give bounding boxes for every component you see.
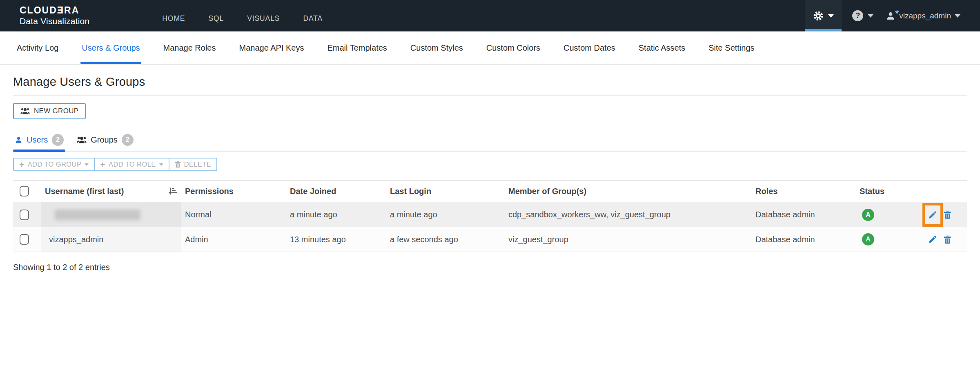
row-select-cell	[13, 210, 41, 220]
subtab-users-label: Users	[27, 135, 48, 145]
select-all-cell	[13, 186, 41, 196]
help-menu-button[interactable]: ?	[852, 0, 873, 31]
roles-cell: Database admin	[751, 210, 855, 219]
new-group-label: NEW GROUP	[34, 107, 78, 115]
groups-cell: viz_guest_group	[504, 235, 751, 244]
header-roles[interactable]: Roles	[751, 187, 855, 196]
bulk-actions-toolbar: + ADD TO GROUP + ADD TO ROLE DELETE	[13, 158, 217, 171]
nav-visuals[interactable]: VISUALS	[247, 14, 280, 23]
trash-icon	[175, 161, 181, 168]
title-divider	[13, 95, 967, 96]
tab-activity-log[interactable]: Activity Log	[17, 31, 58, 64]
user-star-icon: *	[895, 8, 899, 20]
tab-custom-colors[interactable]: Custom Colors	[486, 31, 540, 64]
header-date-joined[interactable]: Date Joined	[286, 187, 386, 196]
table-row: Normal a minute ago a minute ago cdp_san…	[13, 202, 967, 227]
tab-site-settings[interactable]: Site Settings	[708, 31, 754, 64]
page-title: Manage Users & Groups	[13, 75, 967, 89]
tab-manage-roles[interactable]: Manage Roles	[163, 31, 216, 64]
cloudera-logo: CLOUDƎRA Data Visualization	[20, 0, 89, 31]
username-cell	[41, 202, 181, 227]
header-permissions[interactable]: Permissions	[181, 187, 286, 196]
group-icon	[77, 136, 87, 144]
new-group-button[interactable]: NEW GROUP	[13, 103, 86, 119]
edit-user-button[interactable]	[929, 235, 937, 243]
tab-custom-dates[interactable]: Custom Dates	[564, 31, 615, 64]
delete-user-button[interactable]	[944, 235, 951, 244]
row-checkbox[interactable]	[20, 210, 29, 220]
nav-home[interactable]: HOME	[162, 14, 185, 23]
annotation-highlight-box	[922, 203, 943, 227]
date-joined-cell: 13 minutes ago	[286, 235, 386, 244]
person-icon	[15, 136, 22, 144]
permissions-cell: Normal	[181, 210, 286, 219]
add-to-group-button[interactable]: + ADD TO GROUP	[13, 158, 95, 171]
tab-manage-api-keys[interactable]: Manage API Keys	[239, 31, 304, 64]
subtab-groups[interactable]: Groups 2	[75, 128, 135, 151]
settings-menu-button[interactable]	[805, 0, 842, 31]
navbar-right-cluster: ? * vizapps_admin	[805, 0, 980, 31]
groups-cell: cdp_sandbox_workers_ww, viz_guest_group	[504, 210, 751, 219]
select-all-checkbox[interactable]	[20, 186, 29, 196]
group-icon	[20, 107, 30, 115]
status-badge-active: A	[862, 209, 874, 221]
user-menu-button[interactable]: * vizapps_admin	[886, 0, 960, 31]
chevron-down-icon	[955, 14, 960, 18]
subtab-groups-label: Groups	[91, 135, 118, 145]
logo-product-text: Data Visualization	[20, 16, 89, 26]
row-checkbox[interactable]	[20, 234, 29, 245]
table-header-row: Username (first last) Permissions Date J…	[13, 180, 967, 202]
users-table: Username (first last) Permissions Date J…	[13, 180, 967, 252]
add-to-role-label: ADD TO ROLE	[109, 161, 156, 168]
delete-label: DELETE	[184, 161, 212, 168]
chevron-down-icon	[868, 14, 873, 18]
actions-cell	[921, 235, 967, 244]
groups-count-badge: 2	[122, 134, 134, 146]
header-status[interactable]: Status	[855, 187, 921, 196]
edit-user-button[interactable]	[929, 211, 937, 219]
subtab-users[interactable]: Users 2	[13, 128, 65, 151]
primary-nav: HOME SQL VISUALS DATA	[162, 0, 323, 31]
nav-data[interactable]: DATA	[303, 14, 323, 23]
chevron-down-icon	[159, 163, 163, 166]
plus-icon: +	[19, 160, 24, 169]
users-groups-subtabs: Users 2 Groups 2	[13, 128, 967, 152]
row-select-cell	[13, 234, 41, 245]
delete-button[interactable]: DELETE	[169, 158, 218, 171]
plus-icon: +	[100, 160, 105, 169]
redacted-username	[55, 210, 140, 220]
gear-icon	[813, 11, 824, 21]
chevron-down-icon	[828, 14, 834, 18]
roles-cell: Database admin	[751, 235, 855, 244]
chevron-down-icon	[85, 163, 89, 166]
user-icon: *	[886, 11, 895, 21]
username-text: vizapps_admin	[45, 235, 103, 244]
header-last-login[interactable]: Last Login	[386, 187, 504, 196]
header-member-of-groups[interactable]: Member of Group(s)	[504, 187, 751, 196]
logo-brand-text: CLOUDƎRA	[20, 5, 89, 16]
add-to-role-button[interactable]: + ADD TO ROLE	[94, 158, 169, 171]
last-login-cell: a minute ago	[386, 210, 504, 219]
header-username-label: Username (first last)	[45, 187, 124, 196]
table-entries-summary: Showing 1 to 2 of 2 entries	[13, 263, 967, 272]
delete-user-button[interactable]	[944, 210, 951, 219]
status-cell: A	[855, 233, 921, 245]
tab-users-groups[interactable]: Users & Groups	[82, 31, 140, 64]
settings-tabbar: Activity Log Users & Groups Manage Roles…	[0, 31, 980, 65]
top-navbar: CLOUDƎRA Data Visualization HOME SQL VIS…	[0, 0, 980, 31]
header-username[interactable]: Username (first last)	[41, 187, 181, 196]
tab-email-templates[interactable]: Email Templates	[327, 31, 387, 64]
main-content: Manage Users & Groups NEW GROUP User	[0, 75, 980, 272]
status-badge-active: A	[862, 233, 874, 245]
nav-sql[interactable]: SQL	[208, 14, 224, 23]
username-cell: vizapps_admin	[41, 227, 181, 252]
table-row: vizapps_admin Admin 13 minutes ago a few…	[13, 227, 967, 252]
permissions-cell: Admin	[181, 235, 286, 244]
actions-cell	[921, 203, 967, 227]
tab-custom-styles[interactable]: Custom Styles	[410, 31, 463, 64]
tab-static-assets[interactable]: Static Assets	[639, 31, 686, 64]
add-to-group-label: ADD TO GROUP	[28, 161, 82, 168]
date-joined-cell: a minute ago	[286, 210, 386, 219]
users-count-badge: 2	[52, 134, 64, 146]
sort-icon[interactable]	[168, 187, 177, 196]
